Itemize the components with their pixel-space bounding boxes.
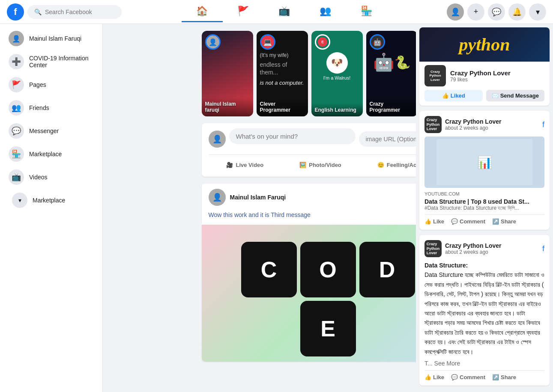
ds-actions: 👍 Like 💬 Comment ↗️ Share xyxy=(424,370,544,380)
search-input[interactable] xyxy=(45,9,114,15)
ds-avatar: CrazyPythonLover xyxy=(424,240,442,257)
sp-1-domain: YOUTUBE.COM xyxy=(424,191,544,196)
page-info: CrazyPythonLover Crazy Python Lover 79 l… xyxy=(419,62,550,90)
ds-comment[interactable]: 💬 Comment xyxy=(451,374,485,380)
videos-icon: 📺 xyxy=(9,169,24,185)
add-button[interactable]: + xyxy=(467,3,484,21)
messenger-icon: 💬 xyxy=(9,123,24,139)
nav-flag[interactable]: 🚩 xyxy=(223,2,264,22)
sp-1-name: Crazy Python Lover xyxy=(445,118,501,125)
liked-label: Liked xyxy=(451,92,465,99)
ds-title: Data Structure: xyxy=(424,262,468,269)
messenger-button[interactable]: 💬 xyxy=(488,3,505,21)
sidebar-item-messenger[interactable]: 💬 Messenger xyxy=(3,120,99,142)
sp-1-header: CrazyPythonLover Crazy Python Lover abou… xyxy=(424,116,544,133)
story-2-label: Clever Programmer xyxy=(257,98,308,116)
story-2[interactable]: 💻 (It's my wife) endless of them... is n… xyxy=(257,31,308,116)
sp-1-info: Crazy Python Lover about 2 weeks ago xyxy=(445,118,501,131)
ds-post: CrazyPythonLover Crazy Python Lover abou… xyxy=(419,235,550,386)
story-1[interactable]: 👤 Mainul Islam faruqi xyxy=(202,31,253,116)
page-cover: python xyxy=(419,27,550,62)
ds-name: Crazy Python Lover xyxy=(445,242,501,249)
post-1-avatar: 👤 xyxy=(209,189,226,206)
post-box-avatar: 👤 xyxy=(209,131,226,148)
ds-like[interactable]: 👍 Like xyxy=(424,374,444,380)
post-1-body: Wow this work and it is Third message xyxy=(209,211,311,218)
story-4-label: Crazy Programmer xyxy=(366,98,418,116)
page-avatar: CrazyPythonLover xyxy=(424,65,446,86)
nav-users[interactable]: 👥 xyxy=(305,2,346,22)
covid-icon: ➕ xyxy=(9,54,24,69)
search-box[interactable]: 🔍 xyxy=(27,5,122,19)
sidebar-pages-label: Pages xyxy=(29,81,46,88)
photo-video-button[interactable]: 🖼️ Photo/Video xyxy=(294,158,347,172)
send-message-label: Send Message xyxy=(500,92,539,99)
post-1-author: Mainul Islam Faruqi xyxy=(230,194,286,201)
menu-button[interactable]: ▾ xyxy=(529,3,546,21)
topnav-left: f 🔍 xyxy=(7,3,122,21)
facebook-badge-2: f xyxy=(542,244,544,253)
topnav-right: 👤 + 💬 🔔 ▾ xyxy=(447,3,546,21)
sidebar: 👤 Mainul Islam Faruqi ➕ COVID-19 Informa… xyxy=(0,24,103,392)
sp-1-like[interactable]: 👍 Like xyxy=(424,218,444,225)
see-more-container: T... See More xyxy=(424,360,544,367)
sidebar-covid-label: COVID-19 Information Center xyxy=(29,55,94,68)
story-3[interactable]: E 🐶 I'm a Walrus! English Learning xyxy=(311,31,363,116)
sidebar-item-marketplace2[interactable]: ▾ Marketplace xyxy=(3,189,99,211)
topnav-center: 🏠 🚩 📺 👥 🏪 xyxy=(182,2,387,22)
code-tile-c: C xyxy=(241,242,297,297)
liked-icon: 👍 xyxy=(442,92,451,99)
search-icon: 🔍 xyxy=(34,9,42,15)
sp-1-preview: 📊 xyxy=(424,137,544,188)
sidebar-item-friends[interactable]: 👥 Friends xyxy=(3,97,99,119)
nav-store[interactable]: 🏪 xyxy=(346,2,387,22)
code-tile-d: D xyxy=(359,242,415,297)
liked-button[interactable]: 👍 Liked xyxy=(424,90,483,101)
user-avatar[interactable]: 👤 xyxy=(447,3,464,21)
page-card-header: python xyxy=(419,27,550,62)
sidebar-item-covid[interactable]: ➕ COVID-19 Information Center xyxy=(3,50,99,73)
story-3-label: English Learning xyxy=(311,104,363,116)
page-details: Crazy Python Lover 79 likes xyxy=(450,69,544,83)
sp-1-desc: #Data Structure: Data Sturcture হচ্ছে কি… xyxy=(424,205,544,211)
feeling-icon: 😊 xyxy=(377,162,384,168)
svg-text:E: E xyxy=(321,40,324,44)
post-box-top: 👤 xyxy=(209,128,448,149)
pages-icon: 🚩 xyxy=(9,77,24,92)
sidebar-item-profile[interactable]: 👤 Mainul Islam Faruqi xyxy=(3,27,99,50)
sidebar-item-marketplace1[interactable]: 🏪 Marketplace xyxy=(3,143,99,165)
see-more-link[interactable]: T... See More xyxy=(424,360,460,367)
sidebar-messenger-label: Messenger xyxy=(29,128,59,134)
notifications-button[interactable]: 🔔 xyxy=(508,3,526,21)
sp-1-share[interactable]: ↗️ Share xyxy=(492,218,516,225)
sidebar-profile-label: Mainul Islam Faruqi xyxy=(29,35,81,42)
nav-home[interactable]: 🏠 xyxy=(182,2,223,22)
live-video-icon: 🎥 xyxy=(226,162,233,168)
sidebar-profile-avatar: 👤 xyxy=(9,31,24,46)
nav-video[interactable]: 📺 xyxy=(264,2,305,22)
ds-time: about 2 weeks ago xyxy=(445,249,501,255)
sp-1-time: about 2 weeks ago xyxy=(445,125,501,131)
ds-header: CrazyPythonLover Crazy Python Lover abou… xyxy=(424,240,544,257)
page-actions: 👍 Liked ✉️ Send Message xyxy=(419,90,550,106)
sidebar-friends-label: Friends xyxy=(29,104,49,111)
sidebar-item-pages[interactable]: 🚩 Pages xyxy=(3,74,99,96)
send-message-icon: ✉️ xyxy=(492,92,500,99)
sp-1-actions: 👍 Like 💬 Comment ↗️ Share xyxy=(424,214,544,225)
whats-on-mind-input[interactable] xyxy=(229,128,356,144)
story-2-avatar: 💻 xyxy=(260,34,275,50)
send-message-button[interactable]: ✉️ Send Message xyxy=(486,90,544,101)
code-tile-o: O xyxy=(300,242,356,297)
post-1-info: Mainul Islam Faruqi xyxy=(230,194,286,201)
sidebar-marketplace1-label: Marketplace xyxy=(29,151,62,157)
story-4-avatar: 🤖 xyxy=(370,34,385,50)
story-4[interactable]: 🤖 🤖 🐍 Crazy Programmer xyxy=(366,31,418,116)
sidebar-item-videos[interactable]: 📺 Videos xyxy=(3,166,99,188)
ds-share[interactable]: ↗️ Share xyxy=(492,374,516,380)
sp-1-avatar: CrazyPythonLover xyxy=(424,116,442,133)
live-video-button[interactable]: 🎥 Live Video xyxy=(221,158,269,172)
facebook-logo[interactable]: f xyxy=(7,3,24,21)
sp-1-comment[interactable]: 💬 Comment xyxy=(451,218,485,225)
python-text: python xyxy=(459,34,510,55)
ds-text: Data Structure: Data Sturcture হচ্ছে কম্… xyxy=(424,261,544,356)
